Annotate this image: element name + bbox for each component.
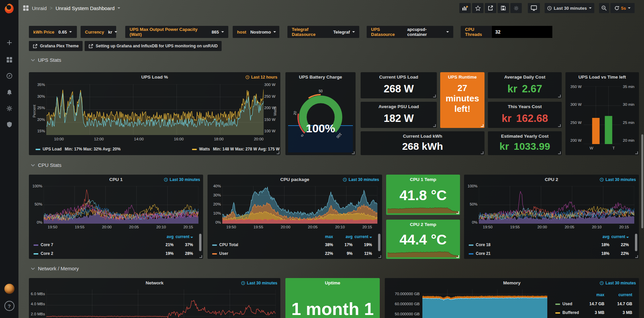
- legend-row[interactable]: Core 2 19% 28%: [34, 251, 198, 257]
- legend-row[interactable]: Core 21 18% 22%: [469, 251, 634, 257]
- resize-handle[interactable]: [481, 124, 484, 127]
- legend-row[interactable]: User 22% 9% 11%: [212, 251, 377, 257]
- help-icon[interactable]: ?: [0, 301, 18, 311]
- variable-value-dropdown[interactable]: apcupsd-container: [407, 27, 449, 37]
- breadcrumb-app[interactable]: Unraid: [32, 5, 47, 11]
- dashboard-caret-icon[interactable]: [118, 7, 120, 9]
- dashboards-icon[interactable]: [0, 56, 18, 63]
- legend-scrollbar[interactable]: [635, 234, 637, 251]
- create-icon[interactable]: [0, 39, 18, 46]
- panel-time-range[interactable]: Last 30 minutes: [600, 281, 636, 285]
- resize-handle[interactable]: [352, 151, 355, 154]
- panel-title[interactable]: Current UPS Load: [361, 75, 437, 80]
- explore-icon[interactable]: [0, 73, 18, 79]
- legend-row[interactable]: CPU Total 38% 17% 19%: [212, 242, 377, 248]
- section-network-memory[interactable]: Network / Memory: [31, 266, 79, 271]
- panel-title[interactable]: UPS Runtime: [440, 75, 485, 80]
- chart-area[interactable]: [46, 84, 264, 135]
- legend-header-avg[interactable]: avg: [332, 234, 353, 239]
- legend-header-current[interactable]: current: [611, 292, 632, 297]
- panel-time-range[interactable]: Last 30 minutes: [600, 177, 636, 182]
- legend-row[interactable]: Core 7 21% 37%: [34, 242, 198, 248]
- configuration-gear-icon[interactable]: [0, 105, 18, 112]
- chart-area[interactable]: [46, 289, 276, 318]
- variable-value-dropdown[interactable]: 865: [212, 30, 224, 35]
- panel-title[interactable]: Average PSU Load: [361, 104, 437, 109]
- grafana-logo[interactable]: [0, 3, 18, 15]
- legend-item-ups-load[interactable]: UPS LoadMin: 17% Max: 32% Avg: 20%: [36, 147, 121, 151]
- resize-handle[interactable]: [558, 151, 561, 154]
- legend-scrollbar[interactable]: [199, 234, 201, 251]
- alerting-bell-icon[interactable]: [0, 89, 18, 96]
- cycle-view-monitor-icon[interactable]: [528, 3, 540, 13]
- resize-handle[interactable]: [456, 211, 459, 214]
- panel-title[interactable]: UPS Battery Charge: [285, 75, 356, 80]
- variable-value-dropdown[interactable]: Nostromo: [250, 30, 276, 35]
- share-button[interactable]: [485, 3, 496, 13]
- panel-title[interactable]: CPU 2 Temp: [386, 222, 460, 227]
- zoom-out-button[interactable]: [599, 3, 609, 13]
- variable-value-dropdown[interactable]: kr: [108, 30, 117, 35]
- legend-header-current[interactable]: current: [172, 234, 193, 239]
- section-cpu-stats[interactable]: CPU Stats: [31, 162, 61, 168]
- dashboard-settings-button[interactable]: [510, 3, 522, 13]
- resize-handle[interactable]: [558, 124, 561, 127]
- resize-handle[interactable]: [433, 95, 436, 97]
- panel-time-range[interactable]: Last 30 minutes: [343, 177, 379, 182]
- chart-area[interactable]: [44, 186, 198, 224]
- link-grafana-plex-theme[interactable]: Grafana Plex Theme: [29, 41, 83, 51]
- chart-area[interactable]: [422, 289, 547, 318]
- panel-title[interactable]: UPS Load %: [29, 75, 280, 80]
- legend-header-avg[interactable]: avg: [153, 234, 174, 239]
- resize-handle[interactable]: [558, 95, 561, 97]
- user-avatar[interactable]: [0, 284, 18, 294]
- panel-time-range[interactable]: Last 30 minutes: [241, 281, 277, 285]
- section-ups-stats[interactable]: UPS Stats: [31, 57, 61, 63]
- dashboard-picker-icon[interactable]: [23, 5, 29, 11]
- page-scrollbar[interactable]: [641, 134, 643, 228]
- legend-row[interactable]: Core 18 18% 22%: [469, 242, 634, 248]
- panel-title[interactable]: Average Daily Cost: [488, 75, 562, 80]
- variable-value-dropdown[interactable]: Telegraf: [333, 30, 355, 35]
- legend-header-max[interactable]: max: [584, 292, 604, 297]
- legend-row[interactable]: Buffered 3 MB 3 MB: [555, 310, 634, 316]
- time-range-picker[interactable]: Last 30 minutes: [545, 3, 594, 13]
- variable-value-dropdown[interactable]: 0.65: [58, 30, 72, 35]
- legend-item-watts[interactable]: WattsMin: 148 W Max: 278 W Avg: 175 W: [192, 147, 280, 151]
- resize-handle[interactable]: [481, 151, 484, 154]
- resize-handle[interactable]: [433, 124, 436, 127]
- resize-handle[interactable]: [456, 255, 459, 258]
- tick-label: 15%: [32, 129, 45, 133]
- panel-title[interactable]: CPU 1 Temp: [386, 177, 460, 182]
- panel-time-range[interactable]: Last 12 hours: [245, 75, 277, 80]
- legend-scrollbar[interactable]: [378, 234, 380, 251]
- panel-time-range[interactable]: Last 30 minutes: [164, 177, 200, 182]
- chart-area[interactable]: [584, 86, 621, 144]
- resize-handle[interactable]: [378, 255, 381, 258]
- panel-title[interactable]: UPS Load vs Time left: [565, 75, 639, 80]
- legend-header-current[interactable]: current: [351, 234, 372, 239]
- legend-row[interactable]: Used 14.7 GB 14.7 GB: [555, 302, 634, 308]
- resize-handle[interactable]: [635, 151, 638, 154]
- legend-header-avg[interactable]: avg: [589, 234, 609, 239]
- panel-title[interactable]: This Years Cost: [488, 104, 562, 109]
- chart-area[interactable]: [479, 186, 634, 224]
- cpu-threads-input[interactable]: [492, 26, 552, 38]
- save-button[interactable]: [498, 3, 509, 13]
- link-ups-monitoring-guide[interactable]: Setting up Grafana and InfluxDB for UPS …: [85, 41, 222, 51]
- star-button[interactable]: [472, 3, 484, 13]
- chart-area[interactable]: [222, 186, 377, 224]
- resize-handle[interactable]: [277, 151, 279, 154]
- currency-prefix: kr: [507, 83, 517, 95]
- resize-handle[interactable]: [199, 255, 202, 258]
- legend-header-max[interactable]: max: [312, 234, 333, 239]
- panel-title[interactable]: Estimated Yearly Cost: [488, 134, 562, 139]
- resize-handle[interactable]: [635, 255, 638, 258]
- page-title[interactable]: Unraid System Dashboard: [55, 5, 114, 11]
- refresh-picker[interactable]: 5s: [610, 3, 635, 13]
- panel-title[interactable]: Uptime: [285, 280, 380, 285]
- add-panel-button[interactable]: [459, 3, 471, 13]
- legend-header-current[interactable]: current: [608, 234, 629, 239]
- panel-title[interactable]: Current Load kWh: [361, 134, 485, 139]
- server-admin-shield-icon[interactable]: [0, 121, 18, 128]
